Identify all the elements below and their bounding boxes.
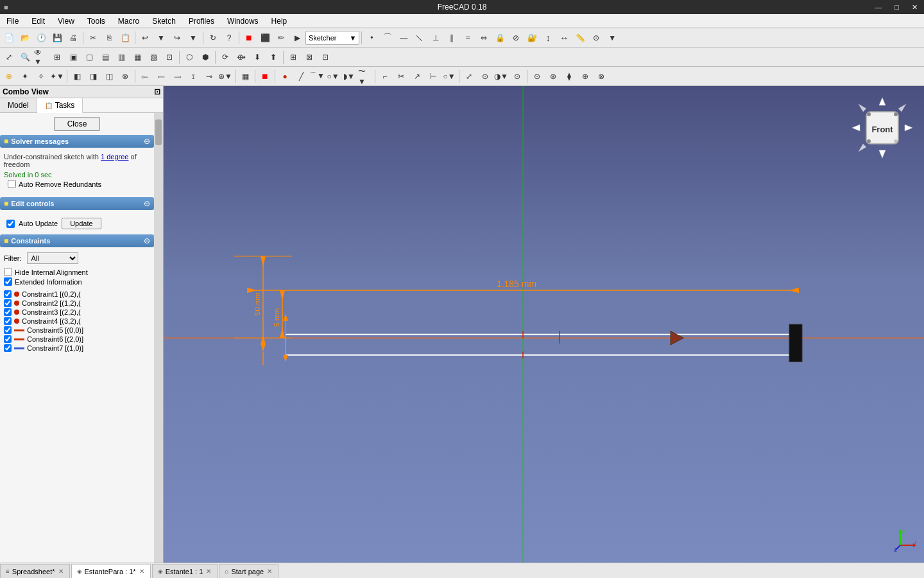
menu-view[interactable]: View [51, 15, 81, 27]
scrollbar-thumb[interactable] [155, 119, 162, 145]
tab-tasks[interactable]: 📋 Tasks [37, 98, 83, 113]
panel-scrollbar[interactable] [154, 113, 163, 563]
tb-external[interactable]: ○▼ [441, 69, 457, 84]
tab-spreadsheet-close[interactable]: ✕ [58, 568, 64, 575]
tb-symmetric[interactable]: ⇔ [476, 30, 492, 46]
tb-refresh[interactable]: ↻ [205, 30, 221, 46]
tb-r3b4[interactable]: ⊗ [117, 69, 133, 84]
close-button[interactable]: Close [54, 117, 101, 131]
tb-new[interactable]: 📄 [1, 30, 17, 46]
tb-r3i5[interactable]: ⊗ [594, 69, 609, 84]
tb-r3i3[interactable]: ⧫ [561, 69, 577, 84]
tb-trim[interactable]: ✂ [393, 69, 409, 84]
tb-point[interactable]: • [364, 30, 379, 46]
tb-play[interactable]: ▶ [289, 30, 305, 46]
constraint-3-checkbox[interactable] [4, 308, 12, 316]
tb-r3a3[interactable]: ✧ [33, 69, 49, 84]
menu-help[interactable]: Help [265, 15, 294, 27]
auto-remove-checkbox[interactable] [8, 180, 16, 188]
tb-select-mode[interactable]: ⊡ [162, 49, 177, 65]
menu-macro[interactable]: Macro [112, 15, 146, 27]
tb-paste[interactable]: 📋 [117, 30, 133, 46]
tb-undo-dropdown[interactable]: ▼ [153, 30, 169, 46]
constraints-header[interactable]: ■ Constraints ⊖ [0, 234, 154, 247]
tb-r3b1[interactable]: ◧ [69, 69, 85, 84]
tb-radius[interactable]: ⊙ [588, 30, 604, 46]
tb-r3i4[interactable]: ⊕ [578, 69, 593, 84]
tb-point-red[interactable]: ● [277, 69, 293, 84]
tb-perp[interactable]: ⊥ [428, 30, 443, 46]
tb-save[interactable]: 💾 [49, 30, 65, 46]
tb-extend[interactable]: ↗ [409, 69, 425, 84]
tb-r3c2[interactable]: ⟝ [153, 69, 169, 84]
solver-collapse[interactable]: ⊖ [144, 137, 150, 146]
tb-left-view[interactable]: ▧ [146, 49, 161, 65]
filter-select[interactable]: All Normal Redundant Conflicting Malform… [27, 252, 78, 264]
tb-r2c1[interactable]: ⟳ [218, 49, 233, 65]
tb-r3a1[interactable]: ⊕ [1, 69, 17, 84]
tb-r3i2[interactable]: ⊛ [545, 69, 561, 84]
tb-r3b2[interactable]: ◨ [85, 69, 101, 84]
tb-r2c4[interactable]: ⬆ [266, 49, 281, 65]
tb-r3c4[interactable]: ⟟ [185, 69, 201, 84]
tb-r3c6[interactable]: ⊛▼ [218, 69, 233, 84]
tb-r3b3[interactable]: ◫ [101, 69, 117, 84]
tb-conic-tool[interactable]: ◗▼ [341, 69, 357, 84]
tab-startpage-close[interactable]: ✕ [266, 568, 273, 575]
update-button[interactable]: Update [62, 218, 101, 229]
edit-collapse[interactable]: ⊖ [144, 199, 150, 208]
degree-link[interactable]: 1 degree [101, 153, 128, 161]
extended-info-checkbox[interactable] [4, 277, 12, 286]
tb-redo-dropdown[interactable]: ▼ [185, 30, 201, 46]
tb-r3c1[interactable]: ⟜ [137, 69, 153, 84]
tb-line-tool[interactable]: ╱ [293, 69, 309, 84]
constraint-1-checkbox[interactable] [4, 290, 12, 298]
viewport[interactable]: 1.185 mm 50 mm 5 mm [164, 86, 924, 563]
tb-top-view[interactable]: ▢ [81, 49, 97, 65]
tb-home-view[interactable]: ⊞ [49, 49, 65, 65]
tb-print[interactable]: 🖨 [65, 30, 81, 46]
auto-update-checkbox[interactable] [6, 220, 15, 228]
solver-messages-header[interactable]: ■ Solver messages ⊖ [0, 135, 154, 148]
tb-right-view[interactable]: ▤ [98, 49, 113, 65]
tb-recent[interactable]: 🕐 [33, 30, 49, 46]
tb-r3d1[interactable]: ▦ [237, 69, 253, 84]
tab-startpage[interactable]: ⌂ Start page ✕ [219, 564, 278, 578]
constraint-7-checkbox[interactable] [4, 344, 12, 352]
sketcher-dropdown[interactable]: Sketcher ▼ [305, 31, 359, 45]
tab-estante1[interactable]: ◈ Estante1 : 1 ✕ [152, 564, 218, 578]
minimize-button[interactable]: — [871, 3, 886, 11]
tb-zoom-in[interactable]: 🔍 [17, 49, 33, 65]
tab-estantepara[interactable]: ◈ EstantePara : 1* ✕ [71, 564, 151, 578]
tb-attach[interactable]: ⬡ [182, 49, 197, 65]
tab-model[interactable]: Model [0, 98, 37, 112]
tb-vert-dim[interactable]: ↕ [540, 30, 556, 46]
tb-r3c5[interactable]: ⊸ [201, 69, 217, 84]
edit-controls-header[interactable]: ■ Edit controls ⊖ [0, 197, 154, 210]
tb-open[interactable]: 📂 [17, 30, 33, 46]
tab-spreadsheet[interactable]: ≡ Spreadsheet* ✕ [0, 564, 70, 578]
close-button[interactable]: ✕ [908, 3, 921, 12]
menu-tools[interactable]: Tools [81, 15, 112, 27]
menu-sketch[interactable]: Sketch [146, 15, 182, 27]
tb-r2c3[interactable]: ⬇ [250, 49, 265, 65]
tb-dim[interactable]: 📏 [572, 30, 588, 46]
tb-detach[interactable]: ⬢ [198, 49, 213, 65]
tb-r3c3[interactable]: ⟞ [169, 69, 185, 84]
tb-r2d1[interactable]: ⊞ [286, 49, 301, 65]
tb-lock[interactable]: 🔐 [524, 30, 540, 46]
menu-edit[interactable]: Edit [25, 15, 51, 27]
hide-internal-checkbox[interactable] [4, 268, 12, 276]
tb-stop-gray[interactable]: ⬛ [257, 30, 273, 46]
tb-split[interactable]: ⊢ [425, 69, 441, 84]
menu-file[interactable]: File [0, 15, 25, 27]
tb-sketch-stop[interactable]: ⏹ [257, 69, 273, 84]
tb-rear-view[interactable]: ▥ [114, 49, 129, 65]
tab-estante1-close[interactable]: ✕ [205, 568, 212, 575]
tb-front-view[interactable]: ▣ [65, 49, 81, 65]
tb-equal[interactable]: = [460, 30, 475, 46]
tb-bottom-view[interactable]: ▦ [130, 49, 145, 65]
tb-no[interactable]: ⊘ [508, 30, 524, 46]
combo-view-options[interactable]: ⊡ [154, 87, 160, 96]
tb-copy[interactable]: ⎘ [101, 30, 117, 46]
